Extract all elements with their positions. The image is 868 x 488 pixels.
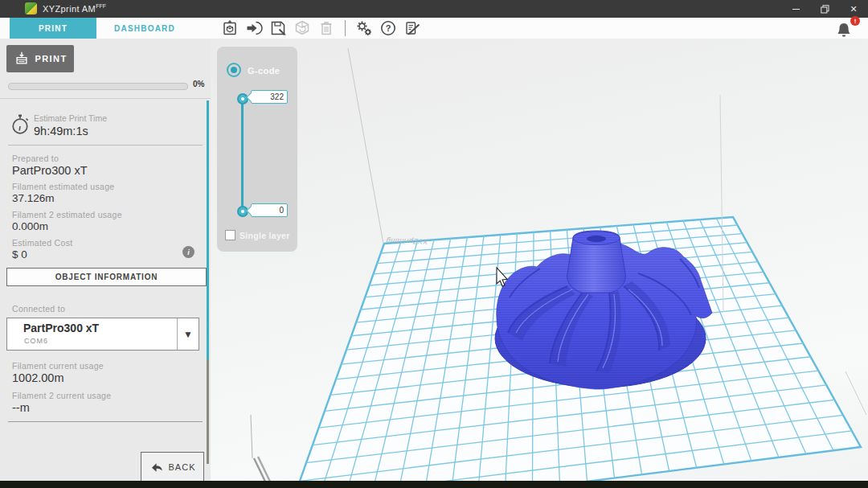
back-arrow-icon: [149, 460, 164, 474]
layer-slider-track[interactable]: [241, 97, 244, 210]
restore-button[interactable]: [810, 0, 839, 18]
toolbar: ?: [220, 18, 422, 39]
tab-print[interactable]: PRINT: [10, 18, 96, 39]
settings-gears-icon[interactable]: [354, 18, 374, 38]
save-gcode-icon[interactable]: [268, 18, 288, 38]
gcode-radio-label: G-code: [248, 66, 280, 76]
single-layer-checkbox[interactable]: [225, 230, 235, 240]
cost-info-icon[interactable]: i: [182, 246, 194, 258]
bed-wiper-object: [251, 415, 271, 481]
layer-slider-upper-handle[interactable]: [237, 93, 248, 105]
connected-to-label: Connected to: [12, 304, 65, 314]
prepared-to-label: Prepared to: [12, 154, 59, 163]
printer-select-dropdown[interactable]: PartPro300 xT COM6 ▼: [6, 318, 199, 351]
filament-estimated-label: Filament estimated usage: [12, 182, 114, 191]
object-information-button[interactable]: OBJECT INFORMATION: [6, 268, 207, 286]
radio-dot-icon: [231, 67, 237, 73]
gcode-radio-button[interactable]: [227, 63, 241, 77]
stopwatch-icon: [10, 113, 31, 137]
build-plate-watermark: XYZprinting: [384, 237, 429, 246]
license-sign-icon[interactable]: [403, 18, 422, 38]
app-title: XYZprint AMFFF: [43, 3, 106, 14]
dropdown-arrow-icon[interactable]: ▼: [177, 318, 199, 350]
back-button-label: BACK: [169, 462, 196, 472]
print-button[interactable]: PRINT: [6, 45, 74, 72]
printer-icon: [14, 51, 30, 67]
notification-badge: !: [850, 16, 860, 26]
printer-name: PartPro300 xT: [23, 322, 99, 334]
app-logo-icon: [25, 2, 37, 14]
filament-current-value: 1002.00m: [12, 371, 64, 384]
filament-estimated-value: 37.126m: [12, 192, 55, 204]
layer-lower-value-input[interactable]: 0: [251, 203, 288, 217]
toolbar-separator: [345, 20, 346, 36]
print-button-label: PRINT: [35, 54, 68, 64]
layer-upper-value-input[interactable]: 322: [251, 90, 288, 104]
send-to-printer-icon[interactable]: [244, 18, 264, 38]
package-export-icon[interactable]: [293, 18, 312, 38]
restore-icon: [821, 5, 829, 14]
app-title-superscript: FFF: [96, 3, 106, 9]
gcode-layer-panel: G-code 322 0 Single layer: [217, 47, 297, 252]
minimize-icon: [792, 9, 800, 10]
estimate-time-label: Estimate Print Time: [34, 113, 107, 123]
prepared-to-value: PartPro300 xT: [12, 164, 88, 177]
viewport-canvas[interactable]: [211, 39, 868, 481]
print-progress-percent: 0%: [193, 80, 204, 88]
divider: [0, 98, 211, 99]
svg-text:?: ?: [386, 23, 391, 33]
help-icon[interactable]: ?: [379, 18, 398, 38]
titlebar: XYZprint AMFFF ✕: [0, 0, 868, 18]
tab-dashboard[interactable]: DASHBOARD: [96, 18, 193, 39]
filament2-estimated-value: 0.000m: [12, 220, 48, 232]
delete-icon[interactable]: [317, 18, 336, 38]
divider: [8, 421, 203, 422]
close-button[interactable]: ✕: [839, 0, 868, 18]
filament2-estimated-label: Filament 2 estimated usage: [12, 210, 122, 219]
minimize-button[interactable]: [781, 0, 810, 18]
estimated-cost-label: Estimated Cost: [12, 238, 72, 248]
single-layer-label: Single layer: [240, 231, 290, 240]
filament2-current-label: Filament 2 current usage: [12, 391, 111, 400]
print-progress-bar: [8, 83, 188, 90]
panel-scrollbar-thumb[interactable]: [207, 100, 209, 359]
back-button[interactable]: BACK: [141, 452, 204, 482]
panel-scrollbar-track[interactable]: [207, 359, 209, 464]
notification-bell-button[interactable]: !: [834, 18, 858, 39]
menubar: PRINT DASHBOARD: [0, 18, 868, 39]
filament2-current-value: --m: [12, 401, 30, 414]
estimate-time-value: 9h:49m:1s: [34, 125, 88, 137]
viewport-3d[interactable]: XYZprinting: [211, 39, 868, 481]
bottom-edge-strip: [0, 481, 868, 488]
filament-current-label: Filament current usage: [12, 361, 104, 371]
divider: [8, 145, 203, 146]
close-icon: ✕: [850, 4, 857, 14]
printer-port: COM6: [24, 337, 48, 345]
import-model-icon[interactable]: [220, 18, 240, 38]
print-side-panel: PRINT 0% Estimate Print Time 9h:49m:1s P…: [0, 39, 211, 481]
estimated-cost-value: $ 0: [12, 248, 27, 260]
